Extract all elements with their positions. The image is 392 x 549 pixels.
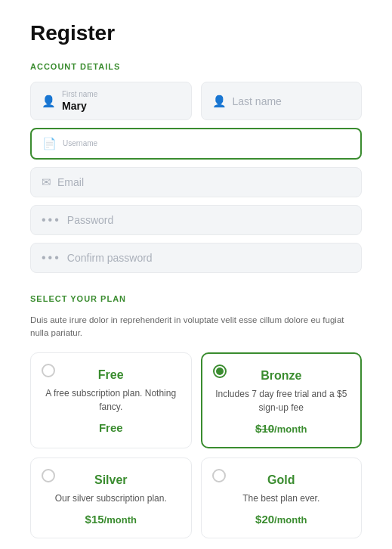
password-dots-icon: ••• — [42, 213, 61, 227]
plan-name-gold: Gold — [267, 473, 295, 487]
plan-card-bronze[interactable]: Bronze Includes 7 day free trial and a $… — [201, 352, 363, 448]
first-name-inner: First name Mary — [62, 90, 181, 112]
plan-card-gold[interactable]: Gold The best plan ever. $20/month — [201, 458, 363, 538]
plan-price-suffix-gold: /month — [274, 514, 307, 526]
plan-name-silver: Silver — [94, 473, 128, 487]
radio-outer-free — [42, 364, 55, 377]
plan-card-free[interactable]: Free A free subscription plan. Nothing f… — [30, 352, 192, 448]
radio-outer-gold — [212, 469, 226, 482]
plan-price-free: Free — [99, 421, 123, 434]
plan-description: Duis aute irure dolor in reprehenderit i… — [30, 314, 362, 340]
last-name-placeholder: Last name — [233, 95, 351, 107]
confirm-password-field[interactable]: ••• Confirm password — [30, 243, 362, 273]
password-placeholder: Password — [67, 214, 113, 226]
plan-radio-silver[interactable] — [42, 469, 55, 482]
username-inner: Username — [63, 139, 350, 149]
radio-inner-bronze — [216, 368, 224, 375]
plan-price-silver: $15/month — [85, 513, 137, 526]
confirm-password-dots-icon: ••• — [42, 251, 61, 265]
email-placeholder: Email — [57, 176, 84, 188]
plan-price-bronze: $10/month — [255, 422, 307, 435]
first-name-value: Mary — [62, 100, 181, 112]
confirm-password-placeholder: Confirm password — [67, 252, 153, 264]
plan-desc-free: A free subscription plan. Nothing fancy. — [42, 386, 181, 414]
account-details-section: ACCOUNT DETAILS 👤 First name Mary 👤 Last… — [30, 62, 362, 273]
plan-radio-free[interactable] — [42, 364, 55, 377]
email-field[interactable]: ✉ Email — [30, 167, 362, 197]
name-row: 👤 First name Mary 👤 Last name — [30, 82, 362, 120]
plan-desc-bronze: Includes 7 day free trial and a $5 sign-… — [213, 387, 350, 414]
plan-section: SELECT YOUR PLAN Duis aute irure dolor i… — [30, 294, 362, 538]
username-label: Username — [63, 139, 350, 147]
account-section-label: ACCOUNT DETAILS — [30, 62, 362, 71]
page-title: Register — [30, 21, 362, 45]
plan-radio-gold[interactable] — [212, 469, 226, 482]
first-name-field[interactable]: 👤 First name Mary — [30, 82, 192, 120]
plan-desc-silver: Our silver subscription plan. — [55, 492, 167, 505]
plan-price-amount-gold: $20 — [255, 513, 274, 526]
plan-price-gold: $20/month — [255, 513, 307, 526]
person-icon-2: 👤 — [212, 95, 227, 108]
plan-name-bronze: Bronze — [261, 369, 301, 383]
plan-price-suffix-bronze: /month — [274, 423, 307, 435]
plan-price-suffix-silver: /month — [104, 514, 137, 526]
id-card-icon: 📄 — [42, 137, 57, 150]
person-icon: 👤 — [42, 95, 56, 108]
plan-radio-bronze[interactable] — [213, 364, 227, 378]
plan-grid: Free A free subscription plan. Nothing f… — [30, 352, 362, 538]
plan-section-label: SELECT YOUR PLAN — [30, 294, 362, 303]
plan-price-struck: $10 — [255, 422, 274, 435]
last-name-field[interactable]: 👤 Last name — [201, 82, 363, 120]
plan-card-silver[interactable]: Silver Our silver subscription plan. $15… — [30, 458, 192, 538]
radio-outer-silver — [42, 469, 55, 482]
last-name-inner: Last name — [233, 95, 351, 107]
email-icon: ✉ — [42, 175, 51, 189]
password-field[interactable]: ••• Password — [30, 205, 362, 235]
username-field[interactable]: 📄 Username — [30, 128, 362, 160]
first-name-label: First name — [62, 90, 181, 98]
plan-price-amount-silver: $15 — [85, 513, 104, 526]
radio-outer-bronze — [213, 364, 227, 378]
plan-name-free: Free — [98, 368, 124, 382]
plan-desc-gold: The best plan ever. — [242, 492, 319, 505]
